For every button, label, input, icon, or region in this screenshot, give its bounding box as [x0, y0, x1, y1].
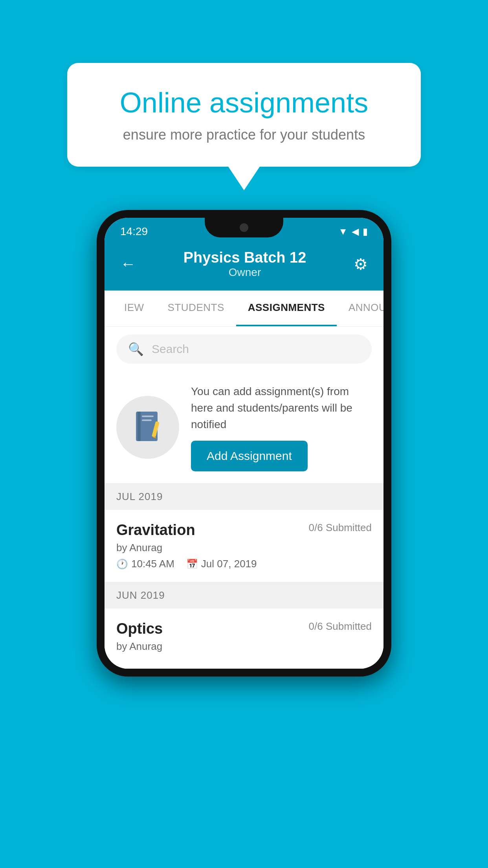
svg-rect-2 — [142, 416, 154, 417]
assignment-date: Jul 07, 2019 — [201, 558, 257, 570]
battery-icon: ▮ — [363, 226, 368, 237]
speech-bubble: Online assignments ensure more practice … — [67, 63, 421, 167]
tab-students[interactable]: STUDENTS — [156, 291, 236, 326]
assignment-submitted-optics: 0/6 Submitted — [309, 620, 372, 633]
month-label-jun: JUN 2019 — [116, 589, 165, 601]
header-title: Physics Batch 12 — [136, 249, 354, 266]
tabs-bar: IEW STUDENTS ASSIGNMENTS ANNOUNCEM... — [105, 291, 383, 327]
promo-text: You can add assignment(s) from here and … — [191, 383, 372, 433]
app-header: ← Physics Batch 12 Owner ⚙ — [105, 241, 383, 291]
tab-iew[interactable]: IEW — [112, 291, 156, 326]
assignment-time-item: 🕐 10:45 AM — [116, 558, 174, 570]
assignment-meta-gravitation: 🕐 10:45 AM 📅 Jul 07, 2019 — [116, 558, 372, 570]
assignment-optics[interactable]: Optics 0/6 Submitted by Anurag — [105, 609, 383, 669]
assignment-by-optics: by Anurag — [116, 640, 372, 653]
phone-notch — [205, 218, 283, 237]
assignment-title-gravitation: Gravitation — [116, 522, 195, 539]
assignment-title-optics: Optics — [116, 620, 163, 637]
header-title-block: Physics Batch 12 Owner — [136, 249, 354, 279]
wifi-icon: ▼ — [338, 226, 348, 237]
assignment-gravitation[interactable]: Gravitation 0/6 Submitted by Anurag 🕐 10… — [105, 510, 383, 582]
month-header-jul: JUL 2019 — [105, 484, 383, 510]
phone-mockup: 14:29 ▼ ◀ ▮ ← Physics Batch 12 Owner ⚙ I… — [97, 210, 391, 677]
speech-bubble-arrow — [228, 167, 260, 190]
assignment-row-top: Gravitation 0/6 Submitted — [116, 522, 372, 539]
promo-section: You can add assignment(s) from here and … — [105, 371, 383, 484]
speech-bubble-title: Online assignments — [99, 86, 389, 119]
phone-screen: 14:29 ▼ ◀ ▮ ← Physics Batch 12 Owner ⚙ I… — [105, 218, 383, 669]
status-time: 14:29 — [120, 225, 148, 238]
month-header-jun: JUN 2019 — [105, 582, 383, 609]
speech-bubble-subtitle: ensure more practice for your students — [99, 127, 389, 143]
month-label-jul: JUL 2019 — [116, 491, 163, 502]
assignment-by-gravitation: by Anurag — [116, 542, 372, 554]
signal-icon: ◀ — [352, 226, 359, 237]
add-assignment-button[interactable]: Add Assignment — [191, 441, 308, 471]
assignment-time: 10:45 AM — [131, 558, 174, 570]
calendar-icon: 📅 — [186, 559, 198, 570]
speech-bubble-container: Online assignments ensure more practice … — [67, 63, 421, 190]
phone-frame: 14:29 ▼ ◀ ▮ ← Physics Batch 12 Owner ⚙ I… — [97, 210, 391, 677]
search-placeholder: Search — [152, 342, 189, 356]
tab-assignments[interactable]: ASSIGNMENTS — [236, 291, 337, 326]
promo-content: You can add assignment(s) from here and … — [191, 383, 372, 471]
search-icon: 🔍 — [128, 342, 144, 357]
tab-announcements[interactable]: ANNOUNCEM... — [337, 291, 383, 326]
settings-button[interactable]: ⚙ — [354, 255, 368, 273]
svg-rect-1 — [138, 412, 141, 441]
assignment-submitted-gravitation: 0/6 Submitted — [309, 522, 372, 534]
search-container: 🔍 Search — [105, 327, 383, 371]
search-bar[interactable]: 🔍 Search — [116, 335, 372, 364]
svg-rect-3 — [142, 419, 152, 421]
notebook-icon — [132, 410, 163, 445]
assignment-row-top-optics: Optics 0/6 Submitted — [116, 620, 372, 637]
back-button[interactable]: ← — [120, 255, 136, 273]
phone-camera — [240, 223, 248, 232]
header-subtitle: Owner — [136, 266, 354, 279]
promo-icon-circle — [116, 396, 179, 459]
assignment-date-item: 📅 Jul 07, 2019 — [186, 558, 257, 570]
clock-icon: 🕐 — [116, 559, 128, 570]
status-icons: ▼ ◀ ▮ — [338, 226, 368, 237]
